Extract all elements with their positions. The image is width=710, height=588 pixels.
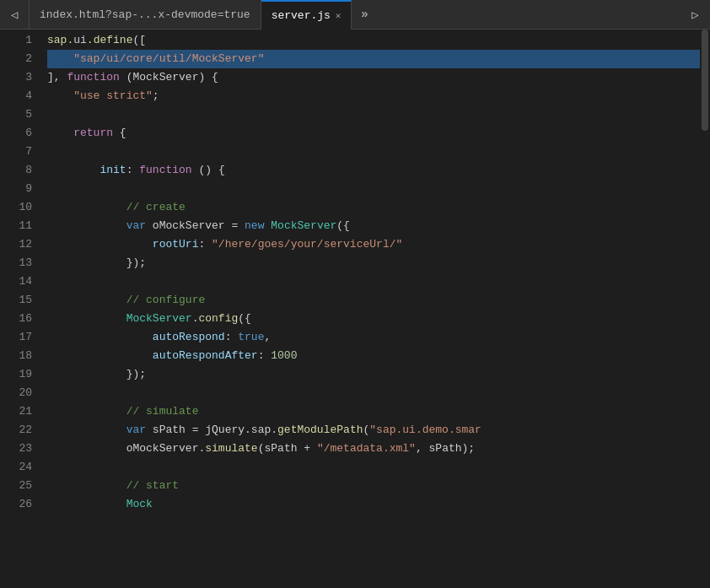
tab-server-js-label: server.js	[272, 9, 331, 22]
line-num-21: 21	[0, 402, 32, 421]
line-num-11: 11	[0, 217, 32, 235]
vertical-scrollbar[interactable]	[700, 30, 710, 588]
line-num-5: 5	[0, 105, 32, 124]
line-num-13: 13	[0, 254, 32, 272]
code-editor[interactable]: 1 2 3 4 5 6 7 8 9 10 11 12 13 14 15 16 1…	[0, 30, 710, 588]
code-line-12: rootUri: "/here/goes/your/serviceUrl/"	[47, 235, 700, 254]
editor-container: ◁ index.html?sap-...x-devmode=true serve…	[0, 0, 710, 588]
code-line-11: var oMockServer = new MockServer({	[47, 217, 700, 235]
code-line-19: });	[47, 365, 700, 384]
code-line-20	[47, 384, 700, 402]
line-numbers: 1 2 3 4 5 6 7 8 9 10 11 12 13 14 15 16 1…	[0, 30, 40, 588]
overflow-icon: »	[361, 8, 368, 21]
code-line-9	[47, 180, 700, 198]
scrollbar-thumb[interactable]	[702, 30, 708, 131]
line-num-18: 18	[0, 347, 32, 365]
back-icon: ◁	[11, 8, 18, 22]
line-num-16: 16	[0, 310, 32, 328]
code-line-1: sap.ui.define([	[47, 31, 700, 50]
code-line-15: // configure	[47, 291, 700, 310]
tab-server-js[interactable]: server.js ✕	[261, 0, 352, 30]
tab-index-html[interactable]: index.html?sap-...x-devmode=true	[30, 0, 261, 30]
line-num-25: 25	[0, 477, 32, 495]
code-line-17: autoRespond: true,	[47, 328, 700, 347]
tab-overflow-button[interactable]: »	[352, 0, 377, 30]
code-line-10: // create	[47, 198, 700, 217]
line-num-23: 23	[0, 440, 32, 458]
line-num-10: 10	[0, 198, 32, 217]
line-num-4: 4	[0, 87, 32, 105]
code-line-24	[47, 458, 700, 477]
code-line-22: var sPath = jQuery.sap.getModulePath("sa…	[47, 421, 700, 440]
line-num-26: 26	[0, 495, 32, 514]
code-line-5	[47, 105, 700, 124]
code-line-4: "use strict";	[47, 87, 700, 105]
code-line-13: });	[47, 254, 700, 272]
run-button[interactable]: ▷	[680, 0, 710, 30]
run-icon: ▷	[691, 8, 698, 22]
line-num-24: 24	[0, 458, 32, 477]
code-content[interactable]: sap.ui.define([ "sap/ui/core/util/MockSe…	[40, 30, 700, 588]
line-num-22: 22	[0, 421, 32, 440]
line-num-15: 15	[0, 291, 32, 310]
line-num-19: 19	[0, 365, 32, 384]
code-line-3: ], function (MockServer) {	[47, 68, 700, 87]
line-num-14: 14	[0, 272, 32, 291]
code-line-23: oMockServer.simulate(sPath + "/metadata.…	[47, 440, 700, 458]
code-line-25: // start	[47, 477, 700, 495]
line-num-17: 17	[0, 328, 32, 347]
tab-index-html-label: index.html?sap-...x-devmode=true	[40, 8, 250, 21]
line-num-20: 20	[0, 384, 32, 402]
tab-toggle-button[interactable]: ◁	[0, 0, 30, 30]
code-line-6: return {	[47, 124, 700, 143]
line-num-9: 9	[0, 180, 32, 198]
code-line-8: init: function () {	[47, 161, 700, 180]
line-num-8: 8	[0, 161, 32, 180]
line-num-7: 7	[0, 143, 32, 161]
line-num-6: 6	[0, 124, 32, 143]
code-line-26: Mock	[47, 495, 700, 514]
line-num-3: 3	[0, 68, 32, 87]
code-line-18: autoRespondAfter: 1000	[47, 347, 700, 365]
tab-bar: ◁ index.html?sap-...x-devmode=true serve…	[0, 0, 710, 30]
code-line-2: "sap/ui/core/util/MockServer"	[47, 50, 700, 68]
code-line-14	[47, 272, 700, 291]
line-num-12: 12	[0, 235, 32, 254]
code-line-7	[47, 143, 700, 161]
line-num-2: 2	[0, 50, 32, 68]
tab-server-js-close[interactable]: ✕	[336, 10, 342, 21]
line-num-1: 1	[0, 31, 32, 50]
code-line-16: MockServer.config({	[47, 310, 700, 328]
code-line-21: // simulate	[47, 402, 700, 421]
